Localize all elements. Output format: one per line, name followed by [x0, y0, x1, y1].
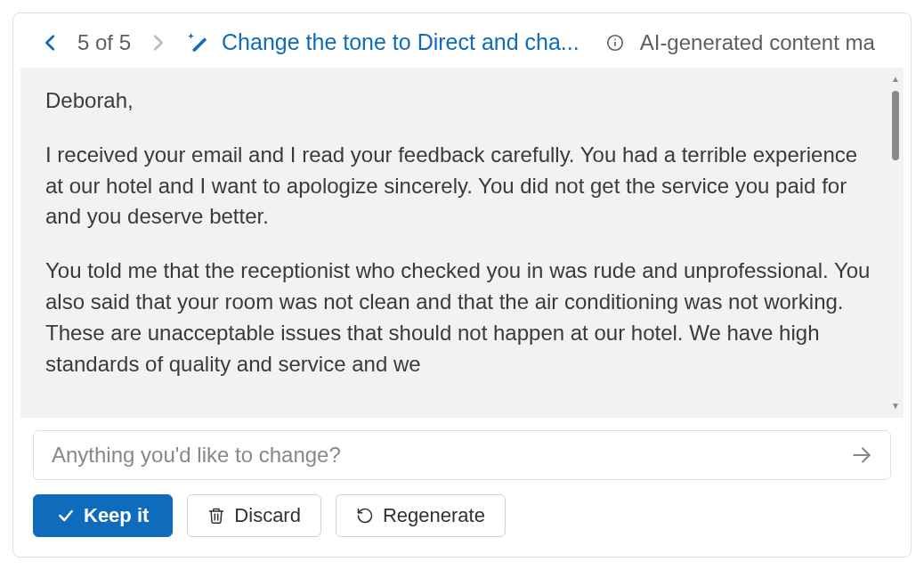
refine-input[interactable] [33, 430, 891, 480]
draft-content-area: Deborah, I received your email and I rea… [20, 68, 904, 418]
refresh-icon [356, 507, 374, 525]
check-icon [57, 507, 75, 525]
ai-draft-panel: 5 of 5 Change the tone to Direct and cha… [12, 12, 912, 558]
draft-paragraph: You told me that the receptionist who ch… [45, 256, 871, 379]
send-button[interactable] [849, 443, 874, 468]
refine-text-field[interactable] [50, 442, 849, 468]
action-row: Keep it Discard Regenerate [13, 485, 911, 557]
draft-text[interactable]: Deborah, I received your email and I rea… [20, 68, 904, 418]
trash-icon [207, 507, 225, 525]
scroll-down-arrow-icon[interactable]: ▼ [889, 400, 902, 412]
discard-label: Discard [234, 504, 301, 527]
info-icon[interactable] [604, 32, 626, 53]
prompt-link[interactable]: Change the tone to Direct and cha... [222, 29, 580, 55]
draft-paragraph: Deborah, [45, 86, 871, 117]
draft-paragraph: I received your email and I read your fe… [45, 140, 871, 232]
svg-point-2 [614, 38, 616, 40]
refine-input-row [13, 418, 911, 485]
scroll-up-arrow-icon[interactable]: ▲ [889, 73, 902, 86]
header-bar: 5 of 5 Change the tone to Direct and cha… [13, 29, 911, 68]
scrollbar[interactable]: ▲ ▼ [889, 73, 902, 412]
keep-button[interactable]: Keep it [33, 494, 173, 537]
next-button[interactable] [145, 30, 170, 55]
keep-label: Keep it [84, 504, 149, 527]
info-text: AI-generated content ma [640, 30, 875, 55]
discard-button[interactable]: Discard [187, 494, 321, 537]
sparkle-pencil-icon [184, 30, 209, 55]
regenerate-button[interactable]: Regenerate [336, 494, 506, 537]
regenerate-label: Regenerate [383, 504, 485, 527]
chevron-right-icon [148, 33, 167, 53]
scroll-thumb[interactable] [892, 91, 899, 160]
chevron-left-icon [41, 33, 61, 53]
draft-counter: 5 of 5 [77, 30, 131, 55]
prev-button[interactable] [38, 30, 63, 55]
arrow-right-icon [850, 444, 873, 467]
